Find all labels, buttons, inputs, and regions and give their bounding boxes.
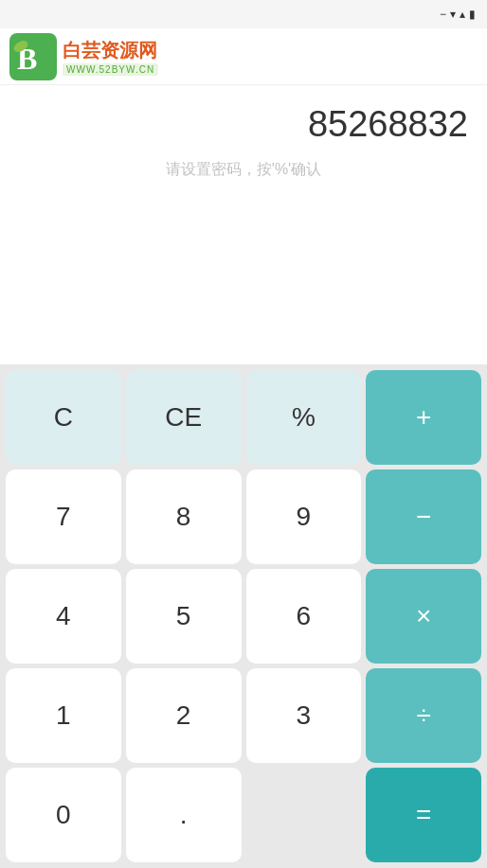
key-c[interactable]: C [6, 370, 121, 465]
key-6[interactable]: 6 [246, 569, 362, 664]
battery-icon: ▮ [469, 8, 476, 21]
header: B 白芸资源网 WWW.52BYW.CN [0, 28, 487, 85]
signal-icon: ▴ [460, 8, 465, 21]
key-percent[interactable]: % [246, 370, 362, 465]
key-equals[interactable]: = [366, 768, 481, 862]
display-area: 85268832 请设置密码，按'%'确认 [0, 85, 487, 364]
logo-subtitle: WWW.52BYW.CN [63, 63, 158, 76]
main-number: 85268832 [19, 104, 468, 145]
minus-icon: − [440, 8, 446, 21]
key-plus[interactable]: + [366, 370, 481, 465]
key-ce[interactable]: CE [126, 370, 242, 465]
key-0[interactable]: 0 [6, 768, 121, 862]
key-4[interactable]: 4 [6, 569, 121, 664]
key-9[interactable]: 9 [246, 469, 362, 564]
keypad: C CE % + 7 8 9 − 4 5 6 × 1 2 3 ÷ 0 . = [0, 364, 487, 868]
logo-icon: B [9, 33, 57, 80]
status-bar: − ▾ ▴ ▮ [0, 0, 487, 28]
status-icons: − ▾ ▴ ▮ [440, 8, 476, 21]
logo-title: 白芸资源网 [63, 38, 158, 63]
key-2[interactable]: 2 [126, 668, 242, 763]
logo-box: B 白芸资源网 WWW.52BYW.CN [9, 33, 158, 80]
key-1[interactable]: 1 [6, 668, 121, 763]
hint-text: 请设置密码，按'%'确认 [19, 160, 468, 180]
key-8[interactable]: 8 [126, 469, 242, 564]
key-multiply[interactable]: × [366, 569, 481, 664]
key-7[interactable]: 7 [6, 469, 121, 564]
key-minus[interactable]: − [366, 469, 481, 564]
key-5[interactable]: 5 [126, 569, 242, 664]
key-dot[interactable]: . [126, 768, 242, 862]
key-divide[interactable]: ÷ [366, 668, 481, 763]
wifi-icon: ▾ [450, 8, 456, 21]
key-3[interactable]: 3 [246, 668, 362, 763]
logo-text-block: 白芸资源网 WWW.52BYW.CN [63, 38, 158, 76]
